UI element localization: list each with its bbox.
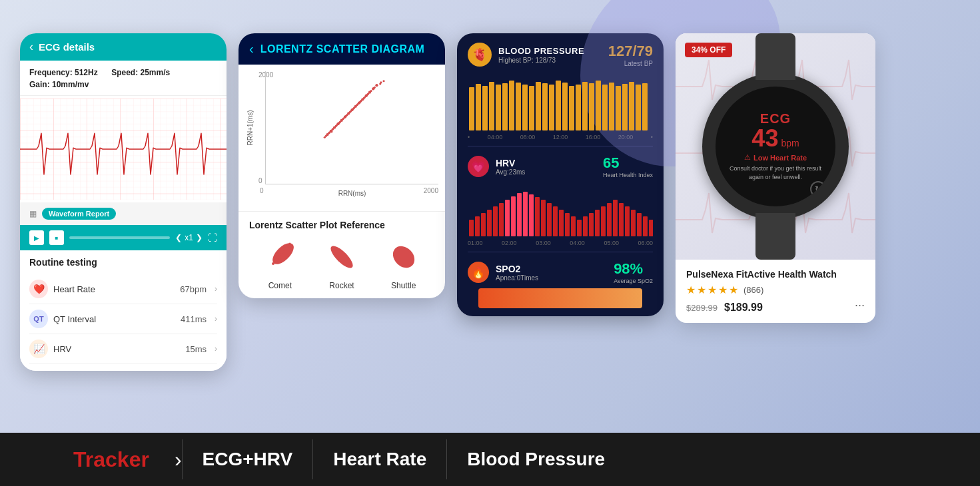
svg-rect-66 (476, 84, 481, 130)
tracker-label: Tracker (73, 447, 149, 472)
svg-point-16 (375, 84, 378, 87)
hrv-time-0100: 01:00 (468, 240, 483, 246)
tracker-arrow-icon: › (175, 447, 182, 472)
svg-rect-95 (487, 210, 492, 236)
bp-time-1600: 16:00 (586, 134, 601, 140)
ecg-info: Frequency: 512Hz Speed: 25mm/s Gain: 10m… (20, 61, 227, 96)
svg-point-56 (278, 255, 282, 259)
routine-title: Routine testing (29, 257, 217, 268)
spo2-value: 98% (614, 260, 653, 278)
price-row: $289.99 $189.99 (686, 302, 865, 314)
svg-rect-69 (496, 85, 501, 130)
svg-rect-65 (469, 87, 474, 130)
bp-icon: 🫀 (468, 43, 492, 67)
svg-rect-100 (517, 193, 522, 236)
product-name: PulseNexa FitActive Health Watch (686, 269, 865, 280)
watch-warning-text: Low Heart Rate (753, 154, 807, 162)
svg-point-64 (388, 242, 418, 272)
routine-section: Routine testing ❤️ Heart Rate 67bpm › QT… (20, 250, 227, 371)
price-original: $289.99 (686, 303, 718, 313)
heart-rate-icon: ❤️ (29, 280, 48, 298)
spo2-icon: 🔥 (468, 262, 489, 283)
stop-button[interactable]: ■ (49, 230, 64, 245)
hrv-time-0200: 02:00 (502, 240, 517, 246)
hrv-time-0600: 06:00 (638, 240, 653, 246)
warning-icon: ⚠ (744, 153, 751, 162)
play-button[interactable]: ▶ (29, 230, 44, 245)
spo2-row: 🔥 SPO2 Apnea:0Times 98% Average SpO2 (468, 260, 653, 284)
progress-track[interactable] (69, 236, 170, 239)
metric-row-hrv[interactable]: 📈 HRV 15ms › (29, 334, 217, 364)
ref-item-comet: Comet (256, 237, 303, 290)
hrv-time-axis: 01:00 02:00 03:00 04:00 05:00 06:00 (457, 240, 664, 252)
spo2-info: SPO2 Apnea:0Times (496, 264, 607, 282)
ref-item-shuttle: Shuttle (380, 237, 427, 290)
rocket-label: Rocket (329, 281, 354, 290)
svg-rect-72 (516, 83, 521, 130)
spo2-bar-chart (478, 288, 642, 308)
hrv-row: 💗 HRV Avg:23ms 65 Heart Health Index (468, 154, 653, 178)
svg-rect-86 (609, 83, 614, 130)
waveform-badge[interactable]: Waveform Report (42, 208, 116, 220)
rocket-shape-svg (318, 237, 365, 277)
svg-rect-111 (583, 216, 588, 236)
scatter-svg (266, 71, 438, 184)
svg-rect-85 (602, 85, 608, 130)
more-options-button[interactable]: ··· (855, 298, 865, 312)
watch-bpm-value: 43 (751, 126, 778, 150)
svg-point-58 (272, 262, 274, 265)
metric-row-qt[interactable]: QT QT Interval 411ms › (29, 304, 217, 334)
x-tick-right: 2000 (424, 187, 438, 194)
svg-rect-112 (589, 213, 594, 236)
svg-rect-98 (505, 200, 510, 236)
x-tick-left: 0 (260, 187, 264, 194)
stars-row: ★★★★★ (866) (686, 284, 865, 296)
svg-rect-110 (577, 220, 582, 236)
svg-rect-77 (549, 85, 554, 130)
svg-rect-92 (469, 220, 474, 236)
bottom-item-tracker: Tracker (53, 433, 169, 486)
metric-row-heartrate[interactable]: ❤️ Heart Rate 67bpm › (29, 274, 217, 304)
scatter-canvas: RRN+1(ms) RRN(ms) (265, 71, 438, 184)
heart-rate-value: 67bpm (180, 284, 207, 294)
svg-rect-71 (509, 81, 514, 130)
next-speed[interactable]: ❯ (196, 233, 203, 242)
svg-point-32 (328, 131, 330, 133)
watch-refresh-icon[interactable]: ↻ (810, 181, 826, 197)
lorentz-header: ‹ LORENTZ SCATTER DIAGRAM (239, 33, 445, 65)
ecg-title: ECG details (39, 41, 95, 53)
comet-shape-svg (256, 237, 303, 277)
svg-point-48 (338, 122, 340, 124)
product-card: 34% OFF ECG 43 bpm ⚠ L (676, 33, 875, 323)
ecg-chart-svg (20, 99, 227, 200)
bottom-bar: Tracker › ECG+HRV Heart Rate Blood Press… (0, 433, 980, 486)
spo2-value-area: 98% Average SpO2 (614, 260, 653, 284)
svg-rect-109 (571, 216, 576, 236)
svg-rect-122 (649, 220, 653, 236)
svg-rect-67 (482, 86, 488, 130)
watch-screen: ECG 43 bpm ⚠ Low Heart Rate Consult doct… (716, 87, 835, 206)
bp-phone: 🫀 BLOOD PRESSURE Highest BP: 128/73 127/… (457, 33, 664, 316)
svg-point-36 (342, 117, 344, 119)
spo2-section: 🔥 SPO2 Apnea:0Times 98% Average SpO2 (457, 252, 664, 316)
bp-time-1200: 12:00 (553, 134, 568, 140)
hrv-time-0400: 04:00 (570, 240, 585, 246)
svg-rect-115 (607, 203, 612, 236)
prev-speed[interactable]: ❮ (175, 233, 182, 242)
svg-rect-104 (541, 200, 546, 236)
lorentz-back-button[interactable]: ‹ (249, 41, 254, 57)
y-tick-bottom: 0 (258, 177, 262, 184)
ecg-back-button[interactable]: ‹ (29, 40, 33, 54)
svg-rect-89 (629, 82, 634, 130)
svg-rect-121 (643, 216, 648, 236)
svg-point-46 (324, 136, 326, 138)
bp-chart-svg (468, 74, 653, 134)
watch-outer: ECG 43 bpm ⚠ Low Heart Rate Consult doct… (702, 73, 849, 220)
ecg-chart-area (20, 96, 227, 202)
svg-rect-87 (616, 86, 621, 130)
ecg-phone: ‹ ECG details Frequency: 512Hz Speed: 25… (20, 33, 227, 371)
expand-button[interactable]: ⛶ (208, 232, 217, 243)
bp-time-dot-left: • (468, 134, 470, 140)
svg-point-47 (330, 130, 332, 132)
heart-rate-arrow: › (215, 284, 217, 294)
